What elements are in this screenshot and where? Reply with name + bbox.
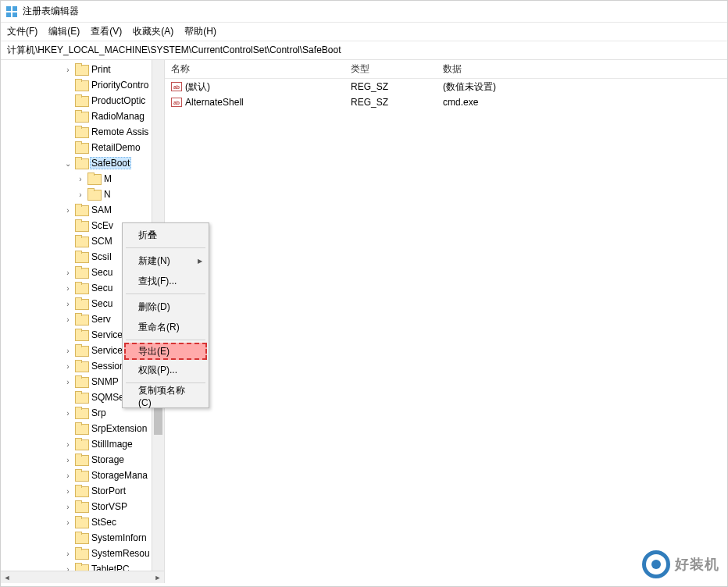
folder-icon: [87, 173, 100, 184]
folder-icon: [75, 236, 87, 247]
ctx-permissions[interactable]: 权限(P)...: [124, 360, 207, 380]
tree-item[interactable]: SrpExtension: [1, 421, 164, 436]
chevron-right-icon[interactable]: ›: [63, 378, 73, 386]
chevron-right-icon[interactable]: ›: [63, 315, 73, 324]
chevron-right-icon[interactable]: ›: [63, 269, 73, 277]
tree-item[interactable]: ›SAM: [1, 202, 164, 218]
folder-icon: [75, 158, 87, 169]
separator: [126, 340, 205, 340]
svg-rect-3: [12, 12, 17, 17]
menu-favorites[interactable]: 收藏夹(A): [133, 25, 173, 38]
folder-icon: [75, 532, 87, 543]
address-bar[interactable]: 计算机\HKEY_LOCAL_MACHINE\SYSTEM\CurrentCon…: [1, 41, 727, 60]
chevron-right-icon[interactable]: ›: [63, 518, 73, 527]
folder-icon: [75, 392, 87, 403]
column-data[interactable]: 数据: [437, 62, 727, 76]
tree-horizontal-scrollbar[interactable]: ◄ ►: [1, 571, 164, 583]
chevron-right-icon[interactable]: ›: [63, 487, 73, 496]
chevron-down-icon[interactable]: ⌄: [63, 159, 73, 168]
chevron-right-icon[interactable]: ›: [63, 300, 73, 308]
tree-item[interactable]: RetailDemo: [1, 140, 164, 155]
tree-item[interactable]: ProductOptic: [1, 93, 164, 109]
context-menu: 折叠 新建(N) 查找(F)... 删除(D) 重命名(R) 导出(E) 权限(…: [122, 222, 209, 408]
chevron-right-icon[interactable]: ›: [76, 175, 85, 183]
menu-view[interactable]: 查看(V): [91, 25, 122, 38]
folder-icon: [75, 220, 87, 231]
tree-item[interactable]: Remote Assis: [1, 124, 164, 140]
tree-item[interactable]: ›TabletPC: [1, 561, 164, 571]
folder-icon: [75, 314, 87, 325]
tree-item-label: SAM: [90, 205, 113, 215]
tree-item[interactable]: ›M: [1, 171, 164, 187]
chevron-right-icon[interactable]: ›: [63, 440, 73, 449]
ctx-new[interactable]: 新建(N): [124, 251, 207, 271]
ctx-collapse[interactable]: 折叠: [124, 225, 207, 245]
column-name[interactable]: 名称: [165, 62, 344, 76]
list-pane: 名称 类型 数据 ab(默认)REG_SZ(数值未设置)abAlternateS…: [165, 60, 727, 583]
list-header: 名称 类型 数据: [165, 60, 727, 79]
titlebar: 注册表编辑器: [1, 1, 727, 23]
chevron-right-icon[interactable]: ›: [63, 456, 73, 464]
ctx-export[interactable]: 导出(E): [124, 343, 207, 360]
tree-item[interactable]: ›Print: [1, 62, 164, 77]
tree-item[interactable]: ›StillImage: [1, 436, 164, 452]
tree-item-label: Secu: [90, 283, 114, 294]
chevron-right-icon[interactable]: ›: [63, 409, 73, 418]
tree-item[interactable]: ⌄SafeBoot: [1, 155, 164, 171]
tree-item-label: Serv: [90, 314, 112, 325]
folder-icon: [75, 345, 87, 356]
separator: [126, 247, 205, 248]
folder-icon: [75, 407, 87, 418]
tree-item[interactable]: ›StSec: [1, 514, 164, 530]
tree-item-label: ProductOptic: [90, 95, 147, 106]
string-value-icon: ab: [171, 98, 182, 107]
ctx-find[interactable]: 查找(F)...: [124, 271, 207, 291]
ctx-rename[interactable]: 重命名(R): [124, 317, 207, 337]
menu-edit[interactable]: 编辑(E): [48, 25, 80, 38]
chevron-right-icon[interactable]: ›: [63, 550, 73, 558]
scroll-left-icon[interactable]: ◄: [1, 572, 13, 583]
chevron-right-icon[interactable]: ›: [63, 284, 73, 293]
value-name-cell: abAlternateShell: [165, 97, 344, 108]
scroll-right-icon[interactable]: ►: [152, 572, 164, 583]
tree-item-label: SrpExtension: [90, 423, 148, 434]
folder-icon: [75, 80, 87, 91]
list-row[interactable]: abAlternateShellREG_SZcmd.exe: [165, 94, 727, 110]
folder-icon: [75, 564, 87, 571]
chevron-right-icon[interactable]: ›: [63, 362, 73, 371]
tree-item-label: PriorityContro: [90, 80, 150, 91]
tree-item[interactable]: SystemInforn: [1, 530, 164, 546]
menu-file[interactable]: 文件(F): [7, 25, 37, 38]
chevron-right-icon[interactable]: ›: [63, 565, 73, 571]
column-type[interactable]: 类型: [344, 62, 437, 76]
value-data-cell: cmd.exe: [437, 97, 727, 108]
tree-item[interactable]: ›StorageMana: [1, 468, 164, 483]
tree-item[interactable]: ›StorVSP: [1, 499, 164, 514]
app-icon: [5, 5, 18, 18]
folder-icon: [75, 454, 87, 465]
tree-item-label: N: [102, 189, 112, 200]
list-row[interactable]: ab(默认)REG_SZ(数值未设置): [165, 79, 727, 94]
menubar: 文件(F) 编辑(E) 查看(V) 收藏夹(A) 帮助(H): [1, 23, 727, 41]
chevron-right-icon[interactable]: ›: [63, 66, 73, 74]
folder-icon: [75, 501, 87, 512]
tree-item[interactable]: ›N: [1, 187, 164, 202]
chevron-right-icon[interactable]: ›: [63, 206, 73, 215]
ctx-copy-key-name[interactable]: 复制项名称(C): [124, 386, 207, 406]
folder-icon: [75, 111, 87, 122]
chevron-right-icon[interactable]: ›: [76, 190, 85, 199]
tree-item-label: StillImage: [90, 439, 134, 450]
folder-icon: [75, 329, 87, 340]
menu-help[interactable]: 帮助(H): [184, 25, 216, 38]
tree-item[interactable]: PriorityContro: [1, 77, 164, 93]
folder-icon: [75, 298, 87, 309]
tree-item[interactable]: RadioManag: [1, 109, 164, 124]
tree-item[interactable]: ›SystemResou: [1, 546, 164, 561]
chevron-right-icon[interactable]: ›: [63, 471, 73, 480]
chevron-right-icon[interactable]: ›: [63, 347, 73, 355]
tree-item[interactable]: ›Storage: [1, 452, 164, 468]
ctx-delete[interactable]: 删除(D): [124, 297, 207, 317]
value-type-cell: REG_SZ: [344, 97, 437, 108]
chevron-right-icon[interactable]: ›: [63, 503, 73, 511]
tree-item[interactable]: ›StorPort: [1, 483, 164, 499]
